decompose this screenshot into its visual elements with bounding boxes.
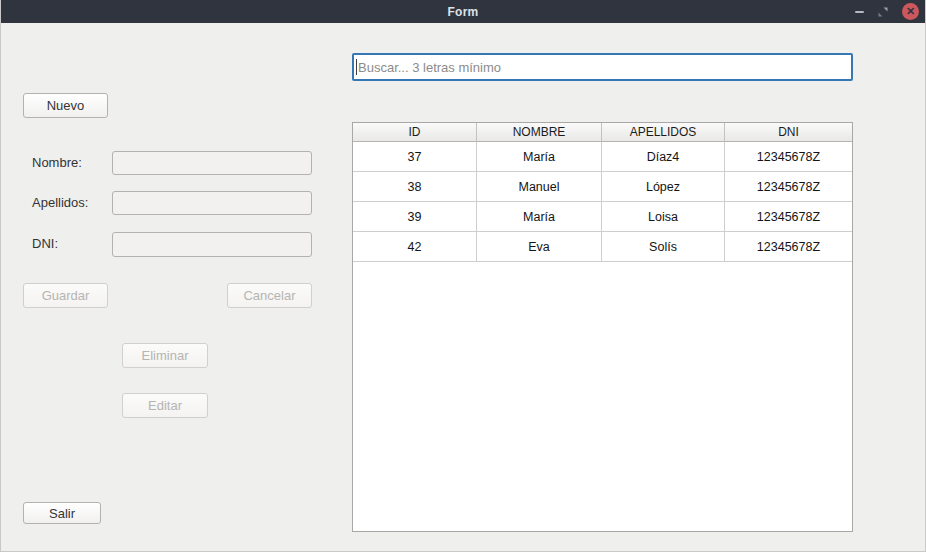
table-row[interactable]: 39MaríaLoisa12345678Z [353, 202, 852, 232]
column-header-id[interactable]: ID [353, 123, 477, 142]
cell-nombre: Eva [477, 232, 602, 261]
guardar-button[interactable]: Guardar [23, 283, 108, 308]
restore-button[interactable] [878, 7, 888, 17]
cell-nombre: Manuel [477, 172, 602, 201]
cell-nombre: María [477, 202, 602, 231]
apellidos-field[interactable] [112, 191, 312, 215]
window-controls: ✕ [855, 0, 919, 23]
text-caret [356, 59, 357, 75]
cell-nombre: María [477, 142, 602, 171]
cell-dni: 12345678Z [725, 172, 852, 201]
nuevo-button[interactable]: Nuevo [23, 93, 108, 118]
table-header: ID NOMBRE APELLIDOS DNI [353, 123, 852, 142]
cancelar-button[interactable]: Cancelar [227, 283, 312, 308]
eliminar-button[interactable]: Eliminar [122, 343, 208, 368]
cell-id: 42 [353, 232, 477, 261]
column-header-dni[interactable]: DNI [725, 123, 852, 142]
apellidos-label: Apellidos: [32, 195, 88, 210]
table-row[interactable]: 37MaríaDíaz412345678Z [353, 142, 852, 172]
cell-id: 38 [353, 172, 477, 201]
cell-id: 39 [353, 202, 477, 231]
window-title: Form [448, 5, 479, 19]
table-row[interactable]: 42EvaSolís12345678Z [353, 232, 852, 262]
table-row[interactable]: 38ManuelLópez12345678Z [353, 172, 852, 202]
nombre-label: Nombre: [32, 155, 82, 170]
search-input[interactable] [352, 53, 853, 81]
close-button[interactable]: ✕ [902, 3, 919, 20]
dni-label: DNI: [32, 236, 58, 251]
cell-dni: 12345678Z [725, 142, 852, 171]
cell-apellidos: Solís [602, 232, 725, 261]
column-header-nombre[interactable]: NOMBRE [477, 123, 602, 142]
cell-apellidos: Loisa [602, 202, 725, 231]
salir-button[interactable]: Salir [23, 502, 101, 524]
records-table: ID NOMBRE APELLIDOS DNI 37MaríaDíaz41234… [352, 122, 853, 532]
titlebar[interactable]: Form ✕ [1, 0, 925, 23]
app-window: Form ✕ Nuevo Nombre: Apellidos: DNI: Gua… [0, 0, 926, 552]
column-header-apellidos[interactable]: APELLIDOS [602, 123, 725, 142]
minimize-icon [855, 11, 864, 13]
cell-dni: 12345678Z [725, 232, 852, 261]
cell-apellidos: López [602, 172, 725, 201]
nombre-field[interactable] [112, 151, 312, 175]
restore-icon [878, 7, 888, 17]
table-body: 37MaríaDíaz412345678Z38ManuelLópez123456… [353, 142, 852, 262]
dni-field[interactable] [112, 232, 312, 257]
cell-id: 37 [353, 142, 477, 171]
cell-apellidos: Díaz4 [602, 142, 725, 171]
close-icon: ✕ [906, 6, 915, 17]
editar-button[interactable]: Editar [122, 393, 208, 418]
minimize-button[interactable] [855, 11, 864, 13]
cell-dni: 12345678Z [725, 202, 852, 231]
